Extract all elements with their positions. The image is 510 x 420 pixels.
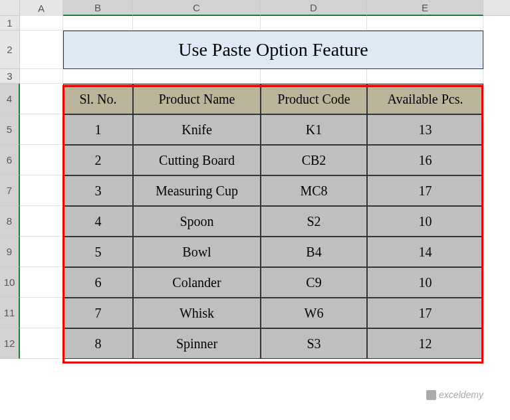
col-header-E[interactable]: E xyxy=(367,0,483,16)
row-5: 5 1 Knife K1 13 xyxy=(0,114,510,145)
table-row[interactable]: 7 xyxy=(63,298,133,328)
cell-A1[interactable] xyxy=(20,16,63,31)
cell-D3[interactable] xyxy=(261,69,367,84)
row-9: 9 5 Bowl B4 14 xyxy=(0,237,510,267)
spreadsheet: A B C D E 1 2 Use Paste Option Feature 3… xyxy=(0,0,510,420)
row-header-7[interactable]: 7 xyxy=(0,175,20,206)
row-11: 11 7 Whisk W6 17 xyxy=(0,298,510,328)
row-header-9[interactable]: 9 xyxy=(0,237,20,267)
table-row[interactable]: 3 xyxy=(63,175,133,206)
col-header-A[interactable]: A xyxy=(20,0,63,16)
cell-A6[interactable] xyxy=(20,145,63,175)
cell-C1[interactable] xyxy=(133,16,261,31)
table-row[interactable]: 5 xyxy=(63,237,133,267)
table-row[interactable]: 16 xyxy=(367,145,483,175)
table-row[interactable]: Spoon xyxy=(133,206,261,237)
cell-B3[interactable] xyxy=(63,69,133,84)
row-header-2[interactable]: 2 xyxy=(0,31,20,69)
row-header-3[interactable]: 3 xyxy=(0,69,20,84)
row-header-10[interactable]: 10 xyxy=(0,267,20,298)
cell-A7[interactable] xyxy=(20,175,63,206)
cell-A11[interactable] xyxy=(20,298,63,328)
row-6: 6 2 Cutting Board CB2 16 xyxy=(0,145,510,175)
cell-E3[interactable] xyxy=(367,69,483,84)
watermark-icon xyxy=(426,390,436,400)
table-row[interactable]: Measuring Cup xyxy=(133,175,261,206)
watermark-text: exceldemy xyxy=(439,389,483,400)
row-10: 10 6 Colander C9 10 xyxy=(0,267,510,298)
table-row[interactable]: 1 xyxy=(63,114,133,145)
cell-A12[interactable] xyxy=(20,328,63,359)
table-row[interactable]: S3 xyxy=(261,328,367,359)
table-row[interactable]: 6 xyxy=(63,267,133,298)
cell-A3[interactable] xyxy=(20,69,63,84)
table-row[interactable]: 2 xyxy=(63,145,133,175)
cell-D1[interactable] xyxy=(261,16,367,31)
cell-A8[interactable] xyxy=(20,206,63,237)
table-row[interactable]: C9 xyxy=(261,267,367,298)
row-header-1[interactable]: 1 xyxy=(0,16,20,31)
cell-A10[interactable] xyxy=(20,267,63,298)
select-all-corner[interactable] xyxy=(0,0,20,16)
cell-A4[interactable] xyxy=(20,84,63,114)
cell-A5[interactable] xyxy=(20,114,63,145)
cell-E1[interactable] xyxy=(367,16,483,31)
col-header-D[interactable]: D xyxy=(261,0,367,16)
header-product-name[interactable]: Product Name xyxy=(133,84,261,114)
header-product-code[interactable]: Product Code xyxy=(261,84,367,114)
row-7: 7 3 Measuring Cup MC8 17 xyxy=(0,175,510,206)
row-header-8[interactable]: 8 xyxy=(0,206,20,237)
table-row[interactable]: 17 xyxy=(367,175,483,206)
table-row[interactable]: 13 xyxy=(367,114,483,145)
col-header-B[interactable]: B xyxy=(63,0,133,16)
table-row[interactable]: 8 xyxy=(63,328,133,359)
header-sl-no[interactable]: Sl. No. xyxy=(63,84,133,114)
watermark: exceldemy xyxy=(426,389,483,400)
table-row[interactable]: 10 xyxy=(367,206,483,237)
table-row[interactable]: Cutting Board xyxy=(133,145,261,175)
row-8: 8 4 Spoon S2 10 xyxy=(0,206,510,237)
row-header-11[interactable]: 11 xyxy=(0,298,20,328)
row-3: 3 xyxy=(0,69,510,84)
cell-C3[interactable] xyxy=(133,69,261,84)
table-row[interactable]: Whisk xyxy=(133,298,261,328)
table-row[interactable]: 14 xyxy=(367,237,483,267)
row-header-6[interactable]: 6 xyxy=(0,145,20,175)
table-row[interactable]: Spinner xyxy=(133,328,261,359)
table-row[interactable]: W6 xyxy=(261,298,367,328)
table-row[interactable]: B4 xyxy=(261,237,367,267)
table-row[interactable]: 12 xyxy=(367,328,483,359)
row-2: 2 Use Paste Option Feature xyxy=(0,31,510,69)
table-row[interactable]: 10 xyxy=(367,267,483,298)
row-header-4[interactable]: 4 xyxy=(0,84,20,114)
row-header-12[interactable]: 12 xyxy=(0,328,20,359)
column-headers: A B C D E xyxy=(0,0,510,16)
table-row[interactable]: 17 xyxy=(367,298,483,328)
table-row[interactable]: Bowl xyxy=(133,237,261,267)
row-1: 1 xyxy=(0,16,510,31)
page-title[interactable]: Use Paste Option Feature xyxy=(63,31,483,69)
cell-A9[interactable] xyxy=(20,237,63,267)
table-row[interactable]: K1 xyxy=(261,114,367,145)
table-row[interactable]: Colander xyxy=(133,267,261,298)
table-row[interactable]: 4 xyxy=(63,206,133,237)
table-row[interactable]: MC8 xyxy=(261,175,367,206)
table-row[interactable]: CB2 xyxy=(261,145,367,175)
row-4: 4 Sl. No. Product Name Product Code Avai… xyxy=(0,84,510,114)
cell-B1[interactable] xyxy=(63,16,133,31)
header-available[interactable]: Available Pcs. xyxy=(367,84,483,114)
col-header-C[interactable]: C xyxy=(133,0,261,16)
table-row[interactable]: Knife xyxy=(133,114,261,145)
row-12: 12 8 Spinner S3 12 xyxy=(0,328,510,359)
table-row[interactable]: S2 xyxy=(261,206,367,237)
cell-A2[interactable] xyxy=(20,31,63,69)
row-header-5[interactable]: 5 xyxy=(0,114,20,145)
